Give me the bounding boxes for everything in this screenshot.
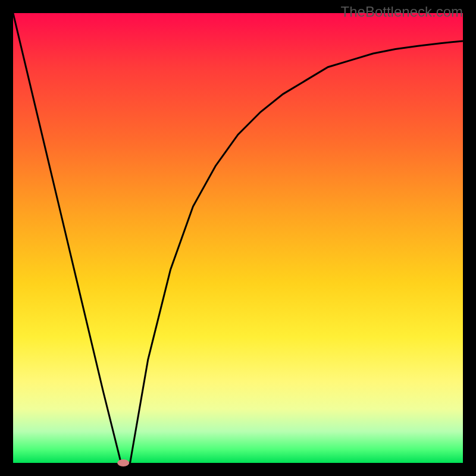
marker-dot [117, 459, 129, 466]
plot-frame [13, 13, 463, 463]
watermark-text: TheBottleneck.com [341, 4, 463, 20]
chart-curve [13, 13, 463, 463]
